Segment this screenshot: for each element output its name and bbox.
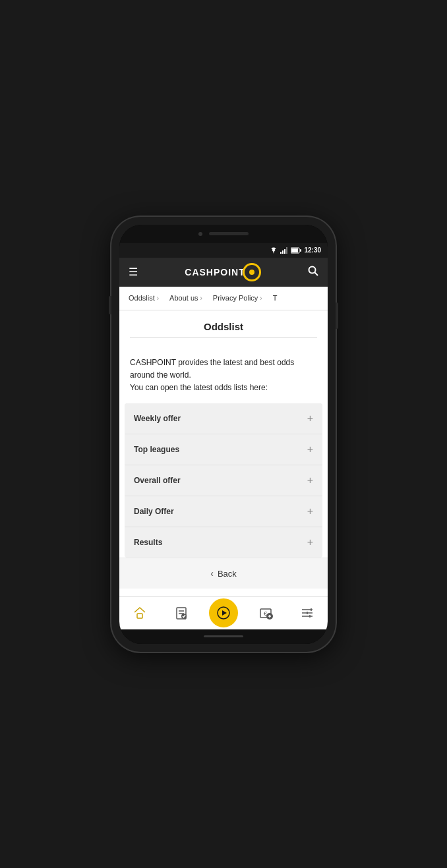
signal-icon <box>280 247 288 254</box>
status-bar: 12:30 <box>119 243 328 258</box>
svg-rect-0 <box>280 252 282 254</box>
nav-tabs: Oddslist › About us › Privacy Policy › T <box>119 287 328 310</box>
page-title-section: Oddslist <box>119 310 328 350</box>
bottom-nav-cashpoint[interactable] <box>209 598 238 627</box>
time-display: 12:30 <box>304 246 321 254</box>
offer-item-overall[interactable]: Overall offer + <box>125 465 322 496</box>
svg-rect-3 <box>286 247 287 254</box>
svg-rect-6 <box>300 249 301 252</box>
offer-item-daily[interactable]: Daily Offer + <box>125 496 322 527</box>
app-header: ☰ CASHPOINT <box>119 258 328 287</box>
bottom-nav-betslip[interactable] <box>168 600 194 626</box>
search-icon[interactable] <box>308 266 318 279</box>
bottom-nav-home[interactable] <box>127 600 153 626</box>
back-chevron-icon: ‹ <box>210 568 214 579</box>
volume-button <box>109 296 111 314</box>
wifi-icon <box>270 247 278 254</box>
main-content: Oddslist CASHPOINT provides the latest a… <box>119 310 328 596</box>
phone-top-hardware <box>119 225 328 243</box>
svg-rect-1 <box>282 250 283 254</box>
offer-item-results[interactable]: Results + <box>125 527 322 558</box>
back-button[interactable]: ‹ Back <box>210 568 237 579</box>
svg-rect-5 <box>291 248 298 252</box>
power-button <box>336 303 338 329</box>
back-label: Back <box>218 569 237 579</box>
status-right-icons: 12:30 <box>270 246 321 254</box>
offer-list: Weekly offer + Top leagues + Overall off… <box>125 403 322 558</box>
svg-line-8 <box>314 272 318 275</box>
offer-item-top-leagues[interactable]: Top leagues + <box>125 434 322 465</box>
hamburger-menu-icon[interactable]: ☰ <box>129 266 138 278</box>
tab-privacy-policy[interactable]: Privacy Policy › <box>208 294 268 302</box>
logo-container: CASHPOINT <box>185 263 260 281</box>
offer-item-weekly[interactable]: Weekly offer + <box>125 403 322 434</box>
bottom-nav-deposit[interactable]: € <box>253 600 279 626</box>
title-divider <box>130 337 317 338</box>
phone-screen: 12:30 ☰ CASHPOINT Oddslist <box>119 225 328 644</box>
camera <box>198 232 202 236</box>
page-title: Oddslist <box>130 321 317 332</box>
home-indicator <box>204 635 243 637</box>
phone-bottom-hardware <box>119 629 328 644</box>
logo-circle-inner <box>249 270 254 275</box>
bottom-nav-menu[interactable] <box>294 600 320 626</box>
svg-rect-9 <box>137 614 142 618</box>
battery-icon <box>291 247 301 254</box>
tab-more[interactable]: T <box>268 294 283 302</box>
bottom-nav: € <box>119 596 328 629</box>
phone-frame: 12:30 ☰ CASHPOINT Oddslist <box>111 217 336 652</box>
svg-rect-2 <box>284 249 285 254</box>
back-section: ‹ Back <box>119 558 328 589</box>
tab-about-us[interactable]: About us › <box>164 294 208 302</box>
tab-oddslist[interactable]: Oddslist › <box>123 294 164 302</box>
description-text: CASHPOINT provides the latest and best o… <box>119 350 328 404</box>
speaker <box>209 232 249 235</box>
logo-circle-icon <box>243 263 261 281</box>
svg-point-7 <box>309 266 315 273</box>
logo-text: CASHPOINT <box>185 267 245 277</box>
